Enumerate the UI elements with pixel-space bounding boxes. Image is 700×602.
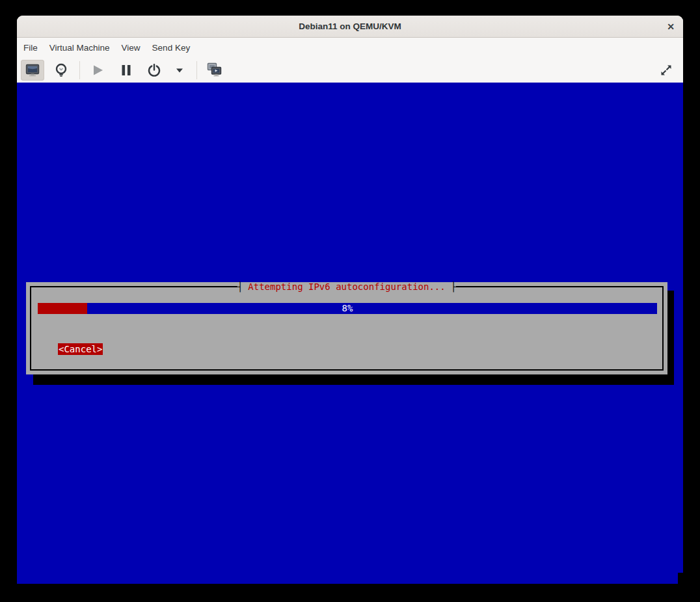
progress-percent-label: 8% bbox=[38, 304, 657, 313]
fullscreen-button[interactable] bbox=[654, 60, 678, 81]
shutdown-menu-button[interactable] bbox=[172, 60, 187, 81]
details-button[interactable] bbox=[49, 60, 73, 81]
installer-dialog: ┤Attempting IPv6 autoconfiguration...├ 8… bbox=[26, 282, 667, 374]
titlebar[interactable]: Debian11 on QEMU/KVM ✕ bbox=[17, 16, 683, 38]
hardware-details-lightbulb-icon bbox=[53, 62, 69, 78]
run-button[interactable] bbox=[86, 60, 109, 81]
screen-corner-notch bbox=[678, 573, 683, 584]
pause-button[interactable] bbox=[114, 60, 138, 81]
menu-send-key[interactable]: Send Key bbox=[146, 40, 196, 56]
progress-bar: 8% bbox=[38, 303, 657, 314]
cancel-button[interactable]: <Cancel> bbox=[58, 343, 103, 355]
virtual-displays-icon bbox=[206, 62, 223, 79]
toolbar-separator bbox=[196, 61, 197, 79]
graphical-console-monitor-icon bbox=[25, 62, 40, 78]
toolbar-separator bbox=[79, 61, 80, 79]
close-icon[interactable]: ✕ bbox=[662, 18, 679, 35]
dialog-border bbox=[30, 286, 664, 371]
fullscreen-icon bbox=[658, 62, 674, 78]
menu-view[interactable]: View bbox=[116, 40, 146, 56]
dialog-title: ┤Attempting IPv6 autoconfiguration...├ bbox=[237, 282, 456, 292]
title-tick-right: ├ bbox=[451, 281, 456, 292]
menu-file[interactable]: File bbox=[18, 40, 44, 56]
toolbar bbox=[17, 58, 683, 83]
virt-manager-window: Debian11 on QEMU/KVM ✕ File Virtual Mach… bbox=[17, 16, 683, 584]
virtual-displays-button[interactable] bbox=[203, 60, 226, 81]
shutdown-power-icon bbox=[146, 62, 162, 78]
shutdown-button[interactable] bbox=[142, 60, 166, 81]
menubar: File Virtual Machine View Send Key bbox=[17, 38, 683, 58]
vm-screen[interactable]: ┤Attempting IPv6 autoconfiguration...├ 8… bbox=[17, 83, 683, 584]
dialog-title-text: Attempting IPv6 autoconfiguration... bbox=[243, 281, 450, 292]
shutdown-menu-caret-icon bbox=[174, 65, 185, 75]
menu-virtual-machine[interactable]: Virtual Machine bbox=[44, 40, 116, 56]
run-play-icon bbox=[90, 62, 105, 78]
console-button[interactable] bbox=[21, 60, 44, 81]
window-title: Debian11 on QEMU/KVM bbox=[299, 21, 401, 31]
pause-icon bbox=[118, 62, 134, 78]
